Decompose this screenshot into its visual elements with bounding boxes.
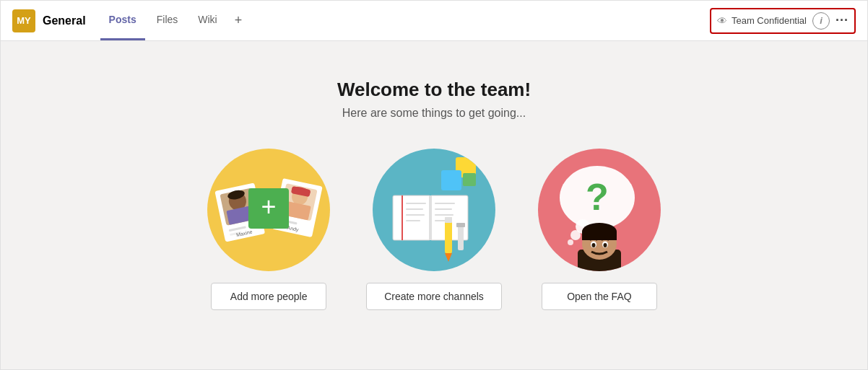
add-tab-button[interactable]: +: [229, 1, 248, 40]
svg-rect-19: [402, 195, 403, 240]
svg-rect-37: [456, 223, 465, 227]
eye-icon: 👁: [717, 15, 727, 27]
sensitivity-text: Team Confidential: [732, 15, 807, 26]
app-container: MY General Posts Files Wiki + 👁 Team Con…: [0, 0, 868, 370]
svg-rect-23: [406, 220, 420, 221]
svg-rect-31: [441, 170, 461, 190]
welcome-title: Welcome to the team!: [337, 79, 531, 101]
tab-posts[interactable]: Posts: [100, 1, 145, 40]
open-faq-illustration: ?: [538, 149, 661, 271]
svg-point-40: [570, 230, 581, 240]
svg-rect-35: [445, 217, 452, 223]
svg-rect-27: [435, 208, 452, 210]
main-content: Welcome to the team! Here are some thing…: [1, 41, 867, 369]
svg-rect-32: [463, 173, 476, 186]
create-channels-button[interactable]: Create more channels: [366, 283, 502, 310]
svg-rect-21: [406, 208, 423, 210]
add-people-card: Maxine Andy: [207, 149, 330, 310]
open-faq-card: ?: [538, 149, 661, 310]
svg-point-49: [591, 243, 595, 247]
welcome-subtitle: Here are some things to get going...: [342, 107, 526, 120]
channel-name: General: [43, 14, 86, 27]
tab-wiki[interactable]: Wiki: [189, 1, 225, 40]
header: MY General Posts Files Wiki + 👁 Team Con…: [1, 1, 867, 41]
cards-row: Maxine Andy: [207, 149, 661, 310]
nav-tabs: Posts Files Wiki +: [100, 1, 248, 40]
svg-point-50: [603, 243, 607, 247]
sensitivity-badge: 👁 Team Confidential: [717, 15, 807, 27]
svg-rect-26: [435, 203, 455, 204]
create-channels-card: Create more channels: [366, 149, 502, 310]
open-faq-svg: ?: [538, 149, 661, 271]
svg-text:+: +: [261, 192, 277, 221]
svg-marker-34: [445, 253, 452, 262]
add-people-button[interactable]: Add more people: [211, 283, 326, 310]
svg-text:?: ?: [586, 176, 609, 218]
svg-rect-25: [429, 195, 432, 240]
tab-files[interactable]: Files: [148, 1, 187, 40]
create-channels-svg: [373, 149, 495, 271]
svg-rect-28: [435, 214, 453, 216]
svg-point-41: [568, 239, 573, 245]
svg-rect-46: [582, 232, 617, 240]
create-channels-illustration: [373, 149, 495, 271]
open-faq-button[interactable]: Open the FAQ: [542, 283, 657, 310]
add-people-illustration: Maxine Andy: [207, 149, 330, 271]
team-avatar: MY: [12, 9, 35, 32]
header-actions: 👁 Team Confidential i ···: [710, 8, 856, 34]
info-button[interactable]: i: [812, 12, 830, 30]
add-people-svg: Maxine Andy: [207, 149, 330, 271]
svg-rect-22: [406, 214, 425, 216]
svg-rect-18: [393, 195, 430, 240]
svg-rect-20: [406, 203, 426, 204]
more-options-button[interactable]: ···: [836, 13, 849, 28]
